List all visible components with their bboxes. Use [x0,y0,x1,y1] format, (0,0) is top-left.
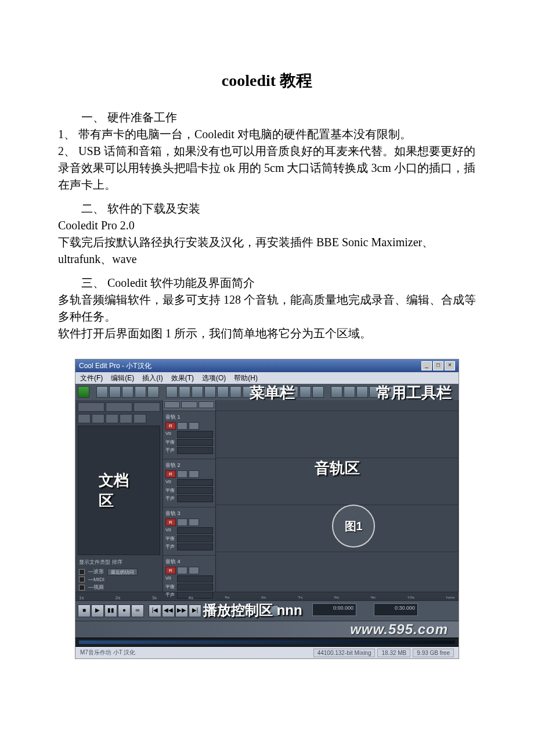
checkbox-video[interactable] [79,585,85,591]
menu-file[interactable]: 文件(F) [80,373,103,383]
field-label: 平衡 [165,487,176,494]
file-panel-button[interactable] [134,414,146,423]
field-value[interactable] [177,447,213,454]
record-arm-button[interactable]: R [165,422,176,430]
checkbox-midi[interactable] [79,577,85,582]
record-arm-button[interactable]: R [165,519,176,526]
track-title: 音轨 4 [165,558,213,566]
file-panel-button[interactable] [92,414,104,423]
solo-button[interactable] [177,470,187,478]
track-lane[interactable] [216,552,458,599]
menu-help[interactable]: 帮助(H) [234,373,258,383]
field-label: 干声 [165,592,176,599]
track-title: 音轨 1 [165,413,213,421]
mute-button[interactable] [189,567,199,574]
toolbar-button[interactable] [300,386,311,398]
field-label: 平衡 [165,535,176,542]
toolbar-button[interactable] [356,386,368,398]
file-type-header: 显示文件类型 排序 [75,557,163,567]
toolbar-button[interactable] [166,386,178,398]
toolbar-button[interactable] [312,386,324,398]
file-panel-button[interactable] [106,414,118,423]
toolbar: 菜单栏 常用工具栏 [75,384,459,400]
menu-insert[interactable]: 插入(I) [142,373,163,383]
play-button[interactable]: ▶ [91,604,104,617]
menu-effect[interactable]: 效果(T) [171,373,194,383]
loop-button[interactable]: ∞ [131,604,144,617]
toolbar-button[interactable] [382,386,394,398]
field-value[interactable] [177,592,213,599]
rewind-button[interactable]: ◀◀ [162,604,175,617]
forward-button[interactable]: ▶▶ [175,604,188,617]
toolbar-button[interactable] [217,386,229,398]
toolbar-button[interactable] [344,386,355,398]
toolbar-button[interactable] [255,386,267,398]
field-value[interactable] [177,479,213,486]
field-label: V0 [165,575,176,582]
field-value[interactable] [177,439,213,446]
minimize-button[interactable]: _ [421,361,432,370]
toolbar-button[interactable] [135,386,146,398]
toolbar-button[interactable] [369,386,381,398]
mute-button[interactable] [189,519,199,526]
record-arm-button[interactable]: R [165,567,176,574]
toolbar-button[interactable] [96,386,108,398]
solo-button[interactable] [177,519,187,526]
file-panel-button[interactable] [120,414,132,423]
toolbar-button[interactable] [230,386,241,398]
toolbar-button[interactable] [192,386,203,398]
field-value[interactable] [177,487,213,494]
pause-button[interactable]: ▮▮ [104,604,117,617]
field-value[interactable] [177,431,213,438]
track-strip-button[interactable] [164,401,180,408]
section-3-heading: 三、 Cooledit 软件功能及界面简介 [58,275,476,291]
toolbar-button[interactable] [287,386,298,398]
file-panel-tab[interactable] [78,402,104,412]
toolbar-button[interactable] [78,386,89,398]
menu-edit[interactable]: 编辑(E) [111,373,134,383]
maximize-button[interactable]: □ [433,361,443,370]
go-start-button[interactable]: |◀ [149,604,161,617]
track-lanes-area[interactable]: 音轨区 图1 [216,400,459,592]
field-label: 平衡 [165,584,176,591]
section-2-heading: 二、 软件的下载及安装 [58,200,476,217]
track-lane[interactable] [216,411,458,458]
mute-button[interactable] [189,422,199,430]
solo-button[interactable] [177,567,187,574]
checkbox-wave[interactable] [79,569,85,575]
record-arm-button[interactable]: R [165,470,176,478]
field-value[interactable] [177,527,213,534]
document-page: www.bdocx.com cooledit 教程 一、 硬件准备工作 1、 带… [0,0,534,693]
toolbar-button[interactable] [109,386,121,398]
menu-options[interactable]: 选项(O) [202,373,226,383]
toolbar-button[interactable] [274,386,286,398]
field-value[interactable] [177,584,213,591]
field-value[interactable] [177,575,213,582]
sort-field[interactable]: 最近的访问 [107,568,138,575]
track-strip-button[interactable] [181,401,197,408]
field-value[interactable] [177,543,213,550]
toolbar-button[interactable] [147,386,159,398]
file-list-area[interactable]: 文档区 [78,426,160,555]
mute-button[interactable] [189,470,199,478]
toolbar-button[interactable] [395,386,406,398]
track-strip-button[interactable] [199,401,214,408]
go-end-button[interactable]: ▶| [189,604,201,617]
toolbar-button[interactable] [243,386,254,398]
field-value[interactable] [177,495,213,502]
stop-button[interactable]: ■ [78,604,91,617]
track-title: 音轨 3 [165,510,213,517]
file-panel-tab[interactable] [134,402,160,412]
solo-button[interactable] [177,422,187,430]
field-label: 干声 [165,495,176,502]
file-panel-tab[interactable] [106,402,132,412]
toolbar-button[interactable] [122,386,134,398]
toolbar-button[interactable] [179,386,190,398]
field-value[interactable] [177,535,213,542]
toolbar-button[interactable] [331,386,342,398]
file-panel-button[interactable] [78,414,91,423]
status-mixing: 44100.132-bit Mixing [313,649,376,657]
toolbar-button[interactable] [204,386,216,398]
close-button[interactable]: × [445,361,455,370]
record-button[interactable]: ● [118,604,131,617]
